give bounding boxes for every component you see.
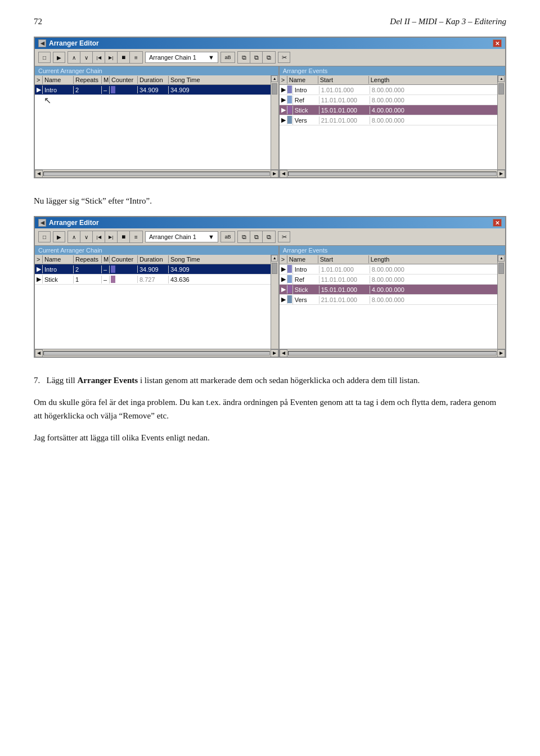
prev-btn[interactable]: |◀ — [93, 52, 105, 63]
scroll-left-1[interactable]: ◀ — [35, 170, 43, 178]
event-name-vers: Vers — [293, 116, 320, 124]
close-button-2[interactable]: ✕ — [493, 219, 502, 227]
event-name-intro-2: Intro — [293, 266, 320, 273]
right-hscroll-1[interactable]: ◀ ▶ — [280, 169, 505, 177]
event-name-intro: Intro — [293, 86, 320, 94]
play-btn-2[interactable]: ▶ — [53, 231, 65, 242]
scroll-up-r2[interactable]: ▲ — [498, 255, 505, 262]
col-duration-1: Duration — [138, 76, 169, 84]
copy-btn-2c[interactable]: ⧉ — [263, 231, 275, 242]
event-row-stick[interactable]: ▶ Stick 15.01.01.000 4.00.00.000 — [280, 105, 497, 115]
stop-btn[interactable]: □ — [38, 52, 51, 63]
scroll-right-2[interactable]: ▶ — [271, 349, 278, 357]
scroll-track-h-1[interactable] — [43, 172, 270, 176]
table-row[interactable]: ▶ Stick 1 – 8.727 43.636 — [35, 274, 271, 285]
rscroll-right-1[interactable]: ▶ — [497, 170, 505, 178]
right-panel-2: Arranger Events > Name Start Length ▶ In — [280, 246, 505, 357]
rscroll-left-1[interactable]: ◀ — [280, 170, 287, 178]
step7-paragraph: 7. Lägg till Arranger Events i listan ge… — [34, 374, 506, 387]
event-row-ref[interactable]: ▶ Ref 11.01.01.000 8.00.00.000 — [280, 95, 497, 105]
copy-btn-1[interactable]: ⧉ — [238, 52, 250, 63]
right-rows-container-1: > Name Start Length ▶ Intro 1.01.01.000 … — [280, 75, 497, 169]
row-repeats-cell: 1 — [74, 276, 102, 284]
event-arrow: ▶ — [280, 295, 287, 304]
rcol-name: Name — [287, 76, 318, 84]
event-arrow: ▶ — [280, 86, 287, 94]
next-btn-2[interactable]: ▶| — [105, 231, 118, 242]
scroll-track-h-2[interactable] — [43, 351, 270, 356]
window-icon-2: ◀ — [38, 219, 46, 227]
col-counter-1: Counter — [110, 76, 138, 84]
scroll-up-1[interactable]: ▲ — [271, 75, 278, 82]
chain-dropdown-1[interactable]: Arranger Chain 1 ▼ — [145, 52, 218, 63]
copy-btn-3[interactable]: ⧉ — [263, 52, 275, 63]
loop-btn[interactable]: ⏹ — [118, 52, 130, 63]
event-row-vers-2[interactable]: ▶ Vers 21.01.01.000 8.00.00.000 — [280, 295, 497, 305]
play-btn[interactable]: ▶ — [53, 52, 65, 63]
scissors-btn-1[interactable]: ✂ — [278, 52, 290, 63]
left-hscroll-2[interactable]: ◀ ▶ — [35, 349, 278, 357]
event-color-ref-2 — [287, 275, 293, 284]
down-btn-2[interactable]: ∨ — [80, 231, 93, 242]
up-btn[interactable]: ∧ — [68, 52, 80, 63]
down-btn[interactable]: ∨ — [80, 52, 93, 63]
left-scrollbar-v-2[interactable]: ▲ — [271, 255, 278, 349]
rscroll-track-h-2[interactable] — [288, 351, 497, 356]
copy-btn-2a[interactable]: ⧉ — [238, 231, 250, 242]
ab-btn-1[interactable]: aB — [220, 52, 235, 63]
event-row-vers[interactable]: ▶ Vers 21.01.01.000 8.00.00.000 — [280, 115, 497, 125]
scroll-up-2[interactable]: ▲ — [271, 255, 278, 262]
scroll-thumb-1[interactable] — [272, 83, 277, 94]
close-button-1[interactable]: ✕ — [493, 39, 502, 47]
loop-btn-2[interactable]: ⏹ — [118, 231, 130, 242]
left-hscroll-1[interactable]: ◀ ▶ — [35, 169, 278, 177]
scroll-thumb-r2[interactable] — [498, 263, 504, 274]
right-hscroll-2[interactable]: ◀ ▶ — [280, 349, 505, 357]
scissors-btn-2[interactable]: ✂ — [278, 231, 290, 242]
right-scrollbar-v-2[interactable]: ▲ — [497, 255, 505, 349]
left-scrollbar-v-1[interactable]: ▲ — [271, 75, 278, 169]
main-content-2: Current Arranger Chain > Name Repeats M … — [35, 246, 505, 357]
rscroll-left-2[interactable]: ◀ — [280, 349, 287, 357]
scroll-thumb-2[interactable] — [272, 263, 277, 274]
prev-btn-2[interactable]: |◀ — [93, 231, 105, 242]
left-rows-container-2: > Name Repeats M Counter Duration Song T… — [35, 255, 271, 349]
up-btn-2[interactable]: ∧ — [68, 231, 80, 242]
left-rows-container-1: > Name Repeats M Counter Duration Song T… — [35, 75, 271, 169]
event-name-stick: Stick — [293, 106, 320, 114]
event-start-stick-2: 15.01.01.000 — [320, 286, 370, 294]
cursor-icon: ↖ — [44, 95, 51, 106]
scroll-left-2[interactable]: ◀ — [35, 349, 43, 357]
right-panel-body-1: > Name Start Length ▶ Intro 1.01.01.000 … — [280, 75, 505, 169]
ab-btn-2[interactable]: aB — [220, 231, 235, 242]
event-start-vers-2: 21.01.01.000 — [320, 296, 370, 304]
right-panel-header-1: Arranger Events — [280, 66, 505, 75]
scroll-thumb-r1[interactable] — [498, 83, 504, 94]
next-btn[interactable]: ▶| — [105, 52, 118, 63]
right-scrollbar-v-1[interactable]: ▲ — [497, 75, 505, 169]
list-btn-2[interactable]: ≡ — [130, 231, 142, 242]
event-row-intro-2[interactable]: ▶ Intro 1.01.01.000 8.00.00.000 — [280, 264, 497, 274]
event-length-intro: 8.00.00.000 — [370, 86, 415, 94]
event-row-stick-2[interactable]: ▶ Stick 15.01.01.000 4.00.00.000 — [280, 285, 497, 295]
chain-dropdown-2[interactable]: Arranger Chain 1 ▼ — [145, 231, 218, 242]
event-start-intro: 1.01.01.000 — [320, 86, 370, 94]
rscroll-right-2[interactable]: ▶ — [497, 349, 505, 357]
left-panel-2: Current Arranger Chain > Name Repeats M … — [35, 246, 280, 357]
stop-btn-2[interactable]: □ — [38, 231, 51, 242]
row-counter-cell — [110, 276, 138, 284]
left-panel-1: Current Arranger Chain > Name Repeats M … — [35, 66, 280, 177]
event-row-ref-2[interactable]: ▶ Ref 11.01.01.000 8.00.00.000 — [280, 274, 497, 285]
copy-btn-2[interactable]: ⧉ — [250, 52, 263, 63]
event-row-intro[interactable]: ▶ Intro 1.01.01.000 8.00.00.000 — [280, 85, 497, 95]
window-title-1: Arranger Editor — [49, 39, 99, 47]
copy-btn-2b[interactable]: ⧉ — [250, 231, 263, 242]
row-counter-cell — [110, 266, 138, 273]
list-btn[interactable]: ≡ — [130, 52, 142, 63]
scroll-up-r1[interactable]: ▲ — [498, 75, 505, 82]
table-row[interactable]: ▶ Intro 2 – 34.909 34.909 — [35, 264, 271, 274]
table-row[interactable]: ▶ Intro 2 – 34.909 34.909 — [35, 85, 271, 95]
row-repeats-cell: 2 — [74, 266, 102, 273]
scroll-right-1[interactable]: ▶ — [271, 170, 278, 178]
rscroll-track-h-1[interactable] — [288, 172, 497, 176]
